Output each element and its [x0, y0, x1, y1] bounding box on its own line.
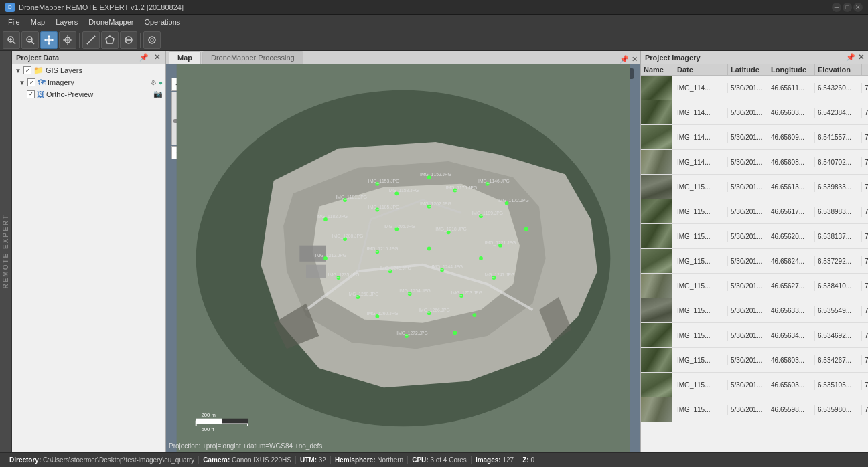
status-images: Images: 127	[472, 456, 518, 464]
imagery-date: 5/30/201...	[728, 207, 768, 217]
zoom-area-button[interactable]	[21, 31, 39, 49]
app-icon: D	[5, 3, 15, 12]
project-data-close-button[interactable]: ✕	[153, 53, 161, 62]
imagery-name: IMG_114...	[674, 83, 728, 93]
imagery-row[interactable]: IMG_115... 5/30/201... 46.65603... 6.534…	[641, 348, 868, 373]
imagery-lng: 6.538983...	[815, 207, 862, 217]
imagery-row[interactable]: IMG_114... 5/30/201... 46.65603... 6.542…	[641, 100, 868, 125]
map-tab-dronemapper[interactable]: DroneMapper Processing	[202, 51, 303, 64]
ortho-checkbox[interactable]: ✓	[27, 90, 35, 98]
map-close-button[interactable]: ✕	[632, 55, 638, 64]
col-date: Date	[674, 64, 728, 75]
imagery-lng: 6.542384...	[815, 108, 862, 118]
svg-text:IMG_1241.JPG: IMG_1241.JPG	[380, 266, 411, 271]
measure-button[interactable]	[82, 31, 100, 49]
imagery-elev: 781.091	[862, 231, 868, 242]
menu-dronemapper[interactable]: DroneMapper	[83, 15, 139, 29]
imagery-lat: 46.65608...	[768, 157, 815, 167]
zoom-in-button[interactable]	[3, 31, 20, 49]
pan-button[interactable]	[40, 31, 58, 49]
imagery-icon: 🗺	[38, 78, 46, 87]
imagery-expand-icon[interactable]: ▼	[19, 79, 25, 86]
svg-text:IMG_1146.JPG: IMG_1146.JPG	[478, 179, 510, 184]
process-button[interactable]	[143, 31, 161, 49]
imagery-lat: 46.65624...	[768, 256, 815, 266]
imagery-name: IMG_114...	[674, 132, 728, 143]
vertical-label-text: REMOTE EXPERT	[2, 214, 9, 289]
imagery-row[interactable]: IMG_115... 5/30/201... 46.65617... 6.538…	[641, 199, 868, 224]
imagery-row[interactable]: IMG_115... 5/30/201... 46.65603... 6.535…	[641, 373, 868, 397]
imagery-lng: 6.543260...	[815, 83, 862, 93]
imagery-lat: 46.65603...	[768, 108, 815, 118]
gis-checkbox[interactable]: ✓	[23, 66, 31, 74]
imagery-name: IMG_115...	[674, 380, 728, 390]
imagery-pin-button[interactable]: 📌	[846, 53, 855, 62]
imagery-lng: 6.534692...	[815, 331, 862, 341]
svg-text:IMG_1244.JPG: IMG_1244.JPG	[432, 264, 463, 270]
imagery-table-header: Name Date Latitude Longitude Elevation	[641, 64, 868, 76]
imagery-row[interactable]: IMG_115... 5/30/201... 46.65624... 6.537…	[641, 249, 868, 274]
imagery-item[interactable]: ▼ ✓ 🗺 Imagery ⚙ ●	[12, 76, 165, 88]
imagery-date: 5/30/201...	[728, 306, 768, 316]
svg-rect-89	[222, 419, 248, 424]
imagery-name: IMG_115...	[674, 281, 728, 291]
menu-map[interactable]: Map	[25, 15, 50, 29]
imagery-row[interactable]: IMG_114... 5/30/201... 46.65611... 6.543…	[641, 76, 868, 100]
map-tab-map[interactable]: Map	[169, 51, 201, 64]
minimize-button[interactable]: ─	[832, 3, 841, 12]
imagery-name: IMG_115...	[674, 207, 728, 217]
menu-operations[interactable]: Operations	[139, 15, 186, 29]
svg-text:IMG_1175.JPG: IMG_1175.JPG	[446, 185, 478, 191]
svg-marker-13	[106, 36, 114, 43]
map-viewport[interactable]: Lat: 46.655°; Lng: 6.544° + −	[166, 64, 640, 452]
imagery-row[interactable]: IMG_115... 5/30/201... 46.65613... 6.539…	[641, 175, 868, 199]
imagery-table-body[interactable]: IMG_114... 5/30/201... 46.65611... 6.543…	[641, 76, 868, 452]
svg-text:IMG_1250.JPG: IMG_1250.JPG	[348, 292, 379, 297]
maximize-button[interactable]: □	[843, 3, 852, 12]
imagery-row[interactable]: IMG_115... 5/30/201... 46.65634... 6.534…	[641, 323, 868, 348]
imagery-date: 5/30/201...	[728, 405, 768, 415]
imagery-row[interactable]: IMG_114... 5/30/201... 46.65608... 6.540…	[641, 150, 868, 175]
imagery-name: IMG_115...	[674, 331, 728, 341]
gis-layers-item[interactable]: ▼ ✓ 📁 GIS Layers	[12, 64, 165, 76]
svg-text:IMG_1272.JPG: IMG_1272.JPG	[396, 331, 428, 336]
map-tabs: Map DroneMapper Processing 📌 ✕	[166, 51, 640, 64]
gis-layers-label: GIS Layers	[46, 66, 82, 74]
imagery-row[interactable]: IMG_115... 5/30/201... 46.65598... 6.535…	[641, 397, 868, 422]
status-z: Z: 0	[518, 456, 538, 464]
eraser-button[interactable]	[120, 31, 137, 49]
crosshair-button[interactable]	[59, 31, 76, 49]
statusbar: Directory: C:\Users\stoermer\Desktop\tes…	[0, 452, 868, 467]
menu-file[interactable]: File	[3, 15, 25, 29]
close-button[interactable]: ✕	[853, 3, 863, 12]
imagery-close-button[interactable]: ✕	[858, 53, 864, 62]
imagery-name: IMG_115...	[674, 355, 728, 365]
svg-text:500 ft: 500 ft	[201, 426, 214, 432]
imagery-thumbnail	[641, 397, 672, 422]
imagery-thumbnail	[641, 348, 672, 372]
imagery-row[interactable]: IMG_114... 5/30/201... 46.65609... 6.541…	[641, 125, 868, 150]
project-data-panel: Project Data 📌 ✕ ▼ ✓ 📁 GIS Layers ▼ ✓ 🗺 …	[12, 51, 166, 452]
svg-text:IMG_1202.JPG: IMG_1202.JPG	[420, 201, 451, 207]
map-container: Map DroneMapper Processing 📌 ✕ Lat: 46.6…	[166, 51, 640, 452]
svg-text:IMG_1212.JPG: IMG_1212.JPG	[315, 253, 347, 258]
imagery-date: 5/30/201...	[728, 182, 768, 192]
imagery-name: IMG_115...	[674, 231, 728, 242]
imagery-elev: 777.807	[862, 405, 868, 415]
gis-expand-icon[interactable]: ▼	[15, 67, 21, 74]
svg-text:IMG_1181.JPG: IMG_1181.JPG	[336, 195, 367, 200]
imagery-row[interactable]: IMG_115... 5/30/201... 46.65633... 6.535…	[641, 298, 868, 323]
imagery-elev: 780.826	[862, 281, 868, 291]
polygon-button[interactable]	[101, 31, 119, 49]
imagery-checkbox[interactable]: ✓	[27, 78, 35, 86]
imagery-lng: 6.541557...	[815, 132, 862, 143]
imagery-date: 5/30/201...	[728, 256, 768, 266]
map-pin-button[interactable]: 📌	[620, 55, 629, 64]
imagery-row[interactable]: IMG_115... 5/30/201... 46.65627... 6.538…	[641, 274, 868, 298]
project-data-pin-button[interactable]: 📌	[138, 53, 150, 62]
menu-layers[interactable]: Layers	[50, 15, 83, 29]
imagery-name: IMG_115...	[674, 306, 728, 316]
imagery-lng: 6.538410...	[815, 281, 862, 291]
imagery-row[interactable]: IMG_115... 5/30/201... 46.65620... 6.538…	[641, 224, 868, 249]
ortho-preview-item[interactable]: ✓ 🖼 Ortho-Preview 📷	[12, 88, 165, 100]
